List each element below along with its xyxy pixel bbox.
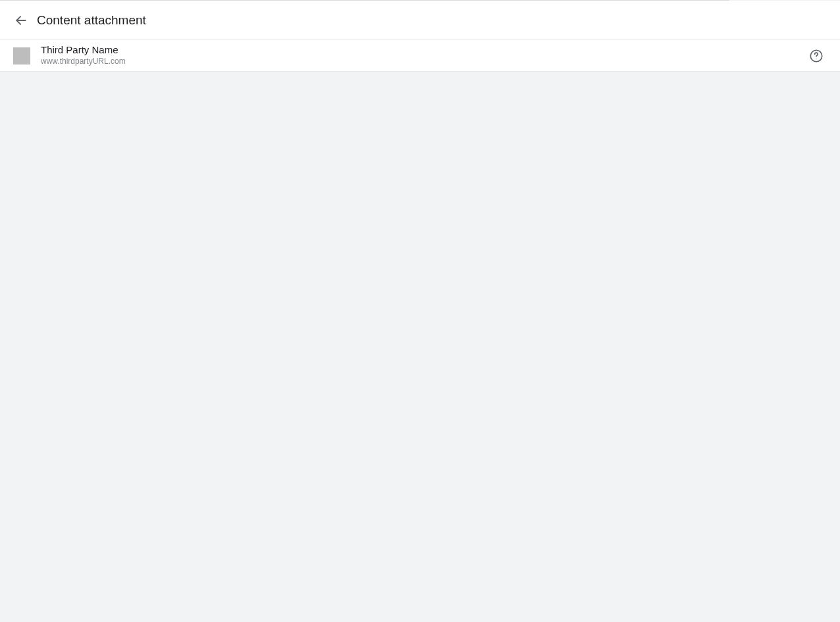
third-party-bar: Third Party Name www.thirdpartyURL.com xyxy=(0,40,840,72)
third-party-info: Third Party Name www.thirdpartyURL.com xyxy=(41,44,808,66)
third-party-url: www.thirdpartyURL.com xyxy=(41,57,808,67)
third-party-name: Third Party Name xyxy=(41,44,808,57)
arrow-left-icon xyxy=(14,14,28,27)
help-icon xyxy=(809,49,824,63)
third-party-logo-placeholder xyxy=(13,47,30,65)
page-header: Content attachment xyxy=(0,1,840,40)
svg-point-2 xyxy=(816,59,816,59)
back-button[interactable] xyxy=(13,13,29,28)
help-button[interactable] xyxy=(808,48,824,64)
page-title: Content attachment xyxy=(37,13,146,28)
